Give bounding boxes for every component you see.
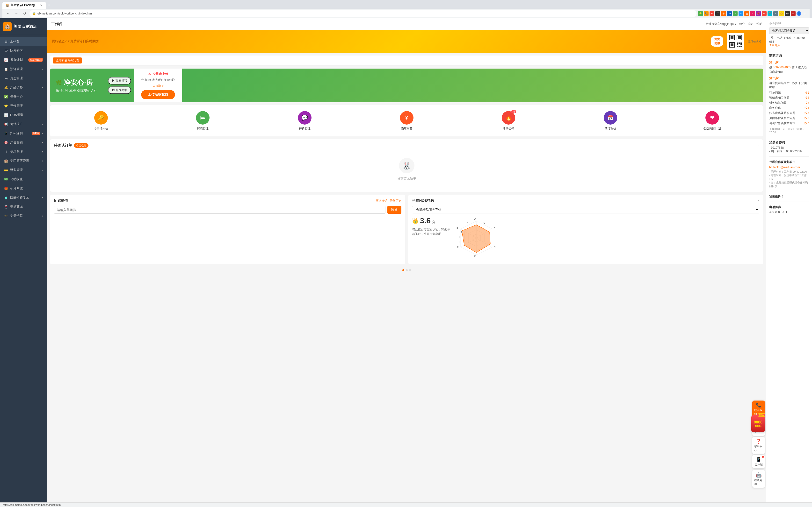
hos-unit: 分 (432, 220, 436, 224)
hotel-name-btn[interactable]: 金湖精品商务宾馆 (53, 57, 82, 63)
meijiu-mall-icon: 🍷 (4, 205, 8, 209)
ext-icon-bar[interactable]: ▬ (791, 11, 796, 16)
red-envelope[interactable]: NEW 8888 红红红 (751, 415, 765, 432)
radar-chart: A B C D E F G H I (455, 216, 498, 261)
ext-icon-grid[interactable]: ▦ (744, 11, 749, 16)
coupon-verify-btn[interactable]: 验券 (388, 206, 401, 214)
page-dot-1[interactable] (402, 269, 404, 271)
sidebar-item-points[interactable]: 🎁 积分商城 (0, 184, 47, 193)
photo-req-btn[interactable]: 🖼 照片要求 (108, 87, 131, 94)
ext-icon-s[interactable]: S (773, 11, 778, 16)
orders-collapse-tag[interactable]: 点击收起 (74, 143, 89, 148)
sidebar-item-promo[interactable]: 📢 促销推广 ▾ (0, 119, 47, 129)
coupon-query-link[interactable]: 查询撤销 (376, 199, 388, 202)
agency-help-icon[interactable]: ? (794, 160, 795, 164)
agency-section: 代理合作反馈邮箱 ? hb.fanku@meituan.com · 受理时间：工… (769, 160, 809, 191)
upload-btn[interactable]: 上传获取权益 (141, 90, 175, 99)
ext-profile[interactable]: 👤 (797, 11, 801, 16)
coupon-history-link[interactable]: 验券历史 (390, 199, 401, 202)
step1-tel: 拨 400-660-1065 转 1 进入酒店商家频道 (769, 65, 809, 74)
manager-select[interactable]: 金湖精品商务宾馆 (769, 27, 809, 34)
sidebar-item-reviews[interactable]: ⭐ 评价管理 (0, 101, 47, 110)
sidebar-item-tasks[interactable]: ✅ 任务中心 (0, 92, 47, 101)
quick-checkin[interactable]: 🔑 今日待入住 (50, 109, 152, 132)
orders-arrow: ▾ (42, 68, 43, 70)
messages-link[interactable]: 消息 (748, 22, 754, 26)
banner-free-btn[interactable]: 免费 使用 (711, 36, 723, 47)
ext-icon-rect[interactable]: ▭ (785, 11, 790, 16)
ext-menu[interactable]: ⋮ (802, 11, 807, 16)
ext-icon-3[interactable]: ● (710, 11, 714, 16)
ext-icon-p[interactable]: P (750, 11, 755, 16)
sidebar-item-public[interactable]: 💵 公明收益 (0, 175, 47, 184)
points-link[interactable]: 积分 (739, 22, 745, 26)
ext-icon-pin[interactable]: 📌 (756, 11, 761, 16)
meijiu-school-icon: 🎓 (4, 214, 8, 218)
page-dot-3[interactable] (409, 269, 411, 271)
back-button[interactable]: ← (5, 10, 12, 17)
help-center-btn[interactable]: ❓ 帮助中心 (752, 437, 765, 454)
new-tab-button[interactable]: + (46, 1, 51, 9)
sidebar-item-products[interactable]: 💰 产品价格 ▾ (0, 83, 47, 92)
online-service-btn[interactable]: 🤖 在线咨询 (752, 470, 765, 488)
sidebar-item-ads[interactable]: 🎯 广告营销 ▾ (0, 138, 47, 147)
agency-email[interactable]: hb.fanku@meituan.com (769, 166, 809, 169)
quick-booking-price[interactable]: 📅 预订改价 (559, 109, 661, 132)
contact-more-link[interactable]: 查看更多 (769, 44, 809, 47)
quick-finance[interactable]: ¥ 酒店财务 (356, 109, 458, 132)
ext-icon-1[interactable]: ⭐ (698, 11, 703, 16)
ext-icon-m[interactable]: M (762, 11, 767, 16)
sidebar-item-revive[interactable]: 📈 振兴计划 权益待领取 (0, 55, 47, 64)
sidebar: 🏨 美团点评酒店 ⊞ 工作台 工作台 🛡 防疫专区 📈 振兴计划 权益待领取 📋… (0, 18, 47, 502)
sidebar-item-supplies[interactable]: 🧴 防疫物资专区 ▾ (0, 193, 47, 202)
sidebar-item-finance[interactable]: 💳 财务管理 ▾ (0, 165, 47, 175)
sidebar-item-meijiu-school[interactable]: 🎓 美酒学院 ▾ (0, 211, 47, 220)
sidebar-item-workbench[interactable]: ⊞ 工作台 工作台 (0, 37, 47, 46)
sidebar-item-rooms[interactable]: 🛏 房态管理 (0, 74, 47, 83)
sidebar-item-info[interactable]: ℹ 信息管理 ▾ (0, 147, 47, 156)
coupon-title: 团购验券 (54, 199, 68, 203)
forward-button[interactable]: → (13, 10, 20, 17)
ext-icon-5[interactable]: ⚙ (721, 11, 726, 16)
sidebar-item-meijiu-mall[interactable]: 🍷 美酒商城 (0, 202, 47, 211)
quick-reviews-mgr[interactable]: 💬 评价管理 (254, 109, 356, 132)
ext-icon-2[interactable]: 🐾 (704, 11, 709, 16)
orders-empty-state: 🐰 目前暂无新单 (54, 151, 759, 188)
content-area: 金湖精品商务宾馆 🌿 净安心·房 执行卫生标准 保障安心入住 (47, 53, 766, 276)
ext-icon-loc[interactable]: 📍 (767, 11, 772, 16)
hos-more[interactable]: > (758, 199, 759, 203)
ext-icon-v[interactable]: ✓ (733, 11, 738, 16)
orders-more[interactable]: > (758, 144, 759, 147)
complaint-help-icon[interactable]: ? (782, 195, 783, 198)
checkin-label: 今日待入住 (94, 126, 108, 131)
tab-close-button[interactable]: ✕ (40, 4, 43, 7)
watch-video-btn[interactable]: ▶ 观看视频 (108, 77, 131, 84)
ext-icon-check[interactable]: ✔ (739, 11, 743, 16)
customer-btn[interactable]: 📱 客户端 (752, 455, 765, 468)
refresh-button[interactable]: ↺ (21, 10, 28, 17)
red-envelope-card[interactable]: NEW 8888 红红红 (751, 415, 765, 432)
page-dot-2[interactable] (406, 269, 408, 271)
sidebar-item-epidemic[interactable]: 🛡 防疫专区 (0, 46, 47, 55)
help-link[interactable]: 帮助 (756, 22, 762, 26)
quick-rooms-mgr[interactable]: 🛏 房态管理 (152, 109, 254, 132)
ext-icon-on[interactable]: On (727, 11, 732, 16)
hotel-name-dropdown[interactable]: 贵港金湖宾馆(gginbg) ▾ (706, 22, 736, 26)
upload-link[interactable]: 去领取 > (152, 84, 164, 88)
quick-charity[interactable]: ❤ 公益商家计划 (661, 109, 763, 132)
sidebar-item-hos[interactable]: 📊 HOS频道 (0, 110, 47, 119)
sidebar-item-orders[interactable]: 📋 预订管理 ▾ (0, 64, 47, 74)
checkin-icon-circle: 🔑 (94, 111, 108, 125)
quick-promo[interactable]: 🔥 32 活动促销 (457, 109, 559, 132)
ext-icon-4[interactable]: 🛡 (715, 11, 720, 16)
sidebar-item-scan[interactable]: 📱 扫码返利 NEW ▾ (0, 129, 47, 138)
coupon-input[interactable] (54, 206, 386, 214)
hos-hotel-select[interactable]: 金湖精品商务宾馆 (412, 206, 760, 213)
charity-icon: ❤ (710, 115, 714, 121)
promo-banner: 同行动态VIP 免费看今日实时数据 免费 使用 (47, 30, 766, 53)
online-service[interactable]: 🤖 在线咨询 (752, 470, 765, 488)
ext-icon-coin[interactable]: 🪙 (779, 11, 784, 16)
sidebar-item-hotel-mgr[interactable]: 🏨 美团酒店管家 ▾ (0, 156, 47, 165)
address-bar[interactable]: 🔒 eb.meituan.com/ebk/workbench/index.htm… (30, 10, 697, 17)
active-tab[interactable]: 🏨 美团酒店EBooking ✕ (2, 2, 46, 9)
